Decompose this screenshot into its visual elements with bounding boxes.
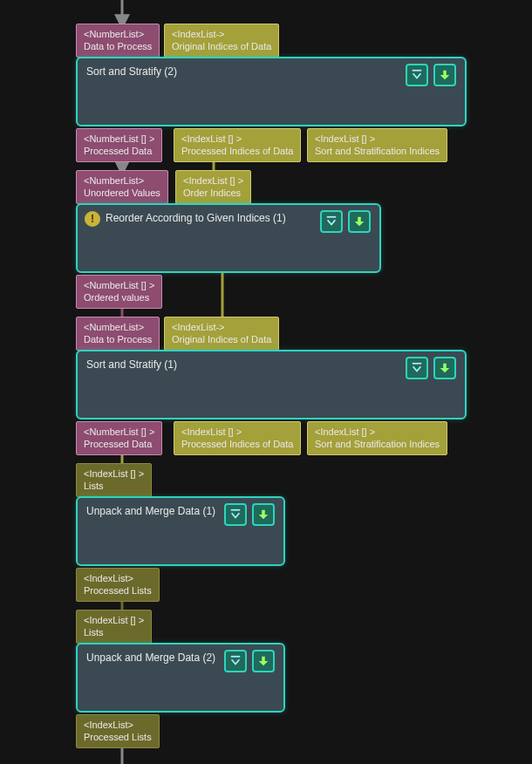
svg-rect-2 [443,364,447,368]
node-sort-stratify-1[interactable]: Sort and Stratify (1) [76,350,467,420]
port-output-processed-indices[interactable]: <IndexList [] > Processed Indices of Dat… [174,128,301,162]
collapse-button[interactable] [224,650,247,672]
port-output-processed-lists-2[interactable]: <IndexList> Processed Lists [76,714,160,748]
port-input-unordered-values[interactable]: <NumberList> Unordered Values [76,170,168,204]
port-type: <IndexList-> [172,28,271,40]
port-type: <NumberList [] > [84,133,154,145]
port-type: <IndexList [] > [183,174,243,187]
port-type: <IndexList [] > [181,426,293,438]
expand-button[interactable] [348,210,371,233]
chevron-bar-down-icon [325,215,338,228]
arrow-down-filled-icon [439,69,451,81]
svg-rect-1 [358,217,361,222]
arrow-down-filled-icon [257,655,269,667]
port-output-processed-lists-1[interactable]: <IndexList> Processed Lists [76,568,160,602]
node-unpack-merge-1[interactable]: Unpack and Merge Data (1) [76,496,285,566]
port-name: Order Indices [183,187,243,199]
port-output-processed-data[interactable]: <NumberList [] > Processed Data [76,128,162,162]
port-type: <IndexList [] > [84,467,144,480]
arrow-down-filled-icon [257,508,269,521]
port-input-data-to-process[interactable]: <NumberList> Data to Process [76,24,160,58]
port-name: Processed Indices of Data [181,145,293,157]
port-input-lists-1[interactable]: <IndexList [] > Lists [76,463,152,497]
port-type: <NumberList> [84,321,152,333]
port-name: Processed Lists [84,584,152,597]
expand-button[interactable] [433,357,456,379]
expand-button[interactable] [252,650,275,672]
port-input-lists-2[interactable]: <IndexList [] > Lists [76,610,152,644]
port-name: Sort and Stratification Indices [315,145,440,157]
chevron-bar-down-icon [229,655,242,667]
node-title: Sort and Stratify (2) [86,65,177,78]
port-type: <NumberList [] > [84,279,154,291]
node-reorder-indices[interactable]: ! Reorder According to Given Indices (1) [76,203,381,273]
port-name: Data to Process [84,333,152,345]
svg-rect-0 [443,71,447,75]
port-name: Processed Indices of Data [181,438,293,450]
port-name: Unordered Values [84,187,160,199]
port-input-data-to-process-1[interactable]: <NumberList> Data to Process [76,317,160,351]
arrow-down-filled-icon [353,215,365,228]
port-name: Ordered values [84,291,154,304]
port-output-processed-indices-1[interactable]: <IndexList [] > Processed Indices of Dat… [174,421,301,455]
port-type: <IndexList [] > [181,133,293,145]
port-name: Original Indices of Data [172,333,271,345]
port-name: Data to Process [84,40,152,52]
port-name: Processed Lists [84,731,152,743]
node-title: Unpack and Merge Data (2) [86,651,215,664]
port-output-sort-strat-indices[interactable]: <IndexList [] > Sort and Stratification … [307,128,447,162]
chevron-bar-down-icon [411,69,423,81]
port-name: Processed Data [84,438,154,450]
port-input-order-indices[interactable]: <IndexList [] > Order Indices [175,170,251,204]
port-name: Lists [84,626,144,638]
port-name: Original Indices of Data [172,40,271,52]
port-output-processed-data-1[interactable]: <NumberList [] > Processed Data [76,421,162,455]
node-graph-canvas[interactable]: <NumberList> Data to Process <IndexList-… [0,0,532,764]
port-input-original-indices[interactable]: <IndexList-> Original Indices of Data [164,24,279,58]
port-type: <IndexList> [84,572,152,584]
port-output-sort-strat-indices-1[interactable]: <IndexList [] > Sort and Stratification … [307,421,447,455]
warning-icon: ! [85,211,100,227]
svg-rect-3 [262,510,265,515]
collapse-button[interactable] [224,503,247,526]
port-type: <IndexList [] > [315,133,440,145]
node-title: Unpack and Merge Data (1) [86,505,215,517]
port-type: <NumberList [] > [84,426,154,438]
port-type: <IndexList [] > [84,614,144,626]
port-type: <NumberList> [84,28,152,40]
node-title: Reorder According to Given Indices (1) [106,212,286,224]
collapse-button[interactable] [406,357,428,379]
port-type: <NumberList> [84,174,160,187]
expand-button[interactable] [252,503,275,526]
port-type: <IndexList-> [172,321,271,333]
chevron-bar-down-icon [411,362,423,374]
port-output-ordered-values[interactable]: <NumberList [] > Ordered values [76,275,162,309]
port-name: Processed Data [84,145,154,157]
svg-rect-4 [262,657,265,661]
node-unpack-merge-2[interactable]: Unpack and Merge Data (2) [76,643,285,713]
port-type: <IndexList [] > [315,426,440,438]
arrow-down-filled-icon [439,362,451,374]
expand-button[interactable] [433,64,456,86]
collapse-button[interactable] [320,210,343,233]
collapse-button[interactable] [406,64,428,86]
chevron-bar-down-icon [229,508,242,521]
port-input-original-indices-1[interactable]: <IndexList-> Original Indices of Data [164,317,279,351]
port-type: <IndexList> [84,719,152,731]
node-sort-stratify-2[interactable]: Sort and Stratify (2) [76,57,467,126]
port-name: Sort and Stratification Indices [315,438,440,450]
node-title: Sort and Stratify (1) [86,358,177,371]
port-name: Lists [84,480,144,492]
